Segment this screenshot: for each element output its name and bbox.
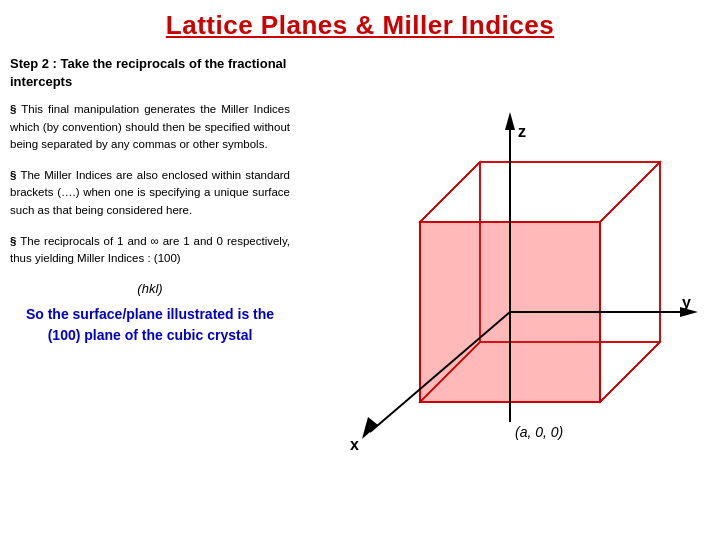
step-header: Step 2 : Take the reciprocals of the fra… [10,55,290,91]
bottom-text: So the surface/plane illustrated is the … [10,304,290,346]
bullet-text-2: The Miller Indices are also enclosed wit… [10,167,290,219]
cube-diagram: z y x (a, 0, 0) [320,82,700,502]
svg-marker-2 [420,162,660,222]
bullet-text-1: This final manipulation generates the Mi… [10,101,290,153]
svg-line-7 [600,162,660,222]
y-axis-label: y [682,294,691,311]
z-axis-label: z [518,123,526,140]
x-axis-label: x [350,436,359,453]
svg-marker-15 [505,112,515,130]
svg-line-8 [600,342,660,402]
hkl-label: (hkl) [10,281,290,296]
page-title: Lattice Planes & Miller Indices [0,0,720,47]
svg-marker-3 [600,162,660,402]
bottom-text-line1: So the surface/plane illustrated is the [26,306,274,322]
svg-line-6 [420,162,480,222]
bullet-text-3: The reciprocals of 1 and ∞ are 1 and 0 r… [10,233,290,268]
miller-index-label: (a, 0, 0) [515,424,563,440]
bottom-text-line2: (100) plane of the cubic crystal [48,327,253,343]
